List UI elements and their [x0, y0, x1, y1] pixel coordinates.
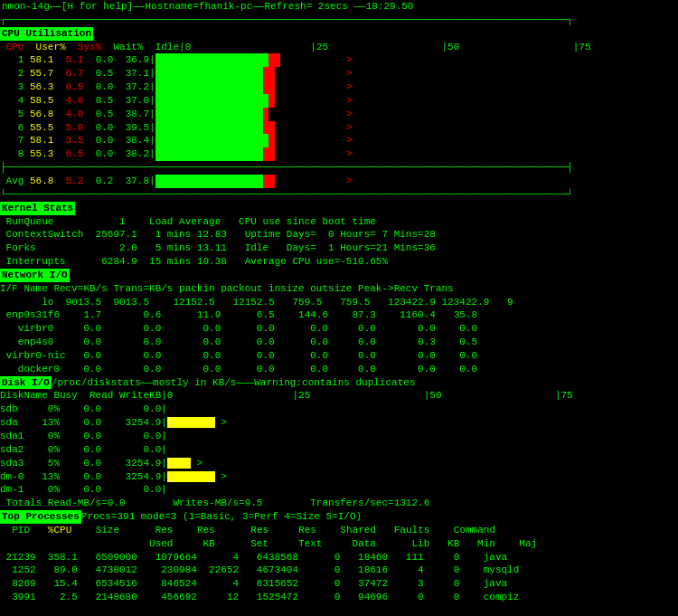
proc-section-title: Top Processes	[0, 510, 81, 524]
cpu-row: 5 56.8 4.0 0.5 38.7|UUUUUUUUUUUUUUUUUUS …	[0, 108, 678, 121]
cpu-row: 6 55.5 5.0 0.0 39.5|UUUUUUUUUUUUUUUUUUSS…	[0, 121, 678, 135]
proc-row: 3991 2.5 2148680 456692 12 1525472 0 946…	[0, 591, 678, 604]
disk-row: dm-0 13% 0.0 3254.9|WWWWWWWW >	[0, 470, 678, 484]
top-divider: ┌───────────────────────────────────────…	[0, 14, 678, 27]
cpu-row: 4 58.5 4.0 0.5 37.0|UUUUUUUUUUUUUUUUUUUS…	[0, 94, 678, 108]
proc-rows: 21239 358.1 6509000 1079664 4 6438568 0 …	[0, 551, 678, 604]
network-rows: lo 9013.5 9013.5 12152.5 12152.5 759.5 7…	[0, 296, 678, 376]
header-bar: nmon-14g——[H for help]——Hostname=fhanik-…	[0, 0, 678, 14]
kernel-line: RunQueue 1 Load Average CPU use since bo…	[0, 215, 678, 229]
disk-row: dm-1 0% 0.0 0.0|	[0, 483, 678, 497]
kernel-section-title: Kernel Stats	[0, 202, 75, 215]
proc-subheader: Used KB Set Text Data Lib KB Min Maj	[0, 537, 678, 551]
cpu-avg: Avg 56.8 5.2 0.2 37.8|UUUUUUUUUUUUUUUUUU…	[0, 175, 678, 188]
disk-totals: Totals Read-MB/s=0.0 Writes-MB/s=9.5 Tra…	[0, 497, 678, 510]
disk-row: sda3 5% 0.0 3254.9|WWWW >	[0, 457, 678, 470]
proc-row: 8269 15.4 6534516 846524 4 6315652 0 374…	[0, 577, 678, 591]
cpu-section-title: CPU Utilisation	[0, 27, 93, 41]
cpu-bottom-divider: └───────────────────────────────────────…	[0, 188, 678, 202]
cpu-row: 7 58.1 3.5 0.0 38.4|UUUUUUUUUUUUUUUUUUUS…	[0, 134, 678, 147]
cpu-row: 1 58.1 5.1 0.0 36.9|UUUUUUUUUUUUUUUUUUUS…	[0, 53, 678, 67]
network-title-row: Network I/O	[0, 269, 678, 282]
header-text: nmon-14g——[H for help]——Hostname=fhanik-…	[2, 1, 413, 12]
cpu-header: CPU User% Sys% Wait% Idle|0 |25 |50 |75 …	[0, 41, 678, 54]
disk-row: sdb 0% 0.0 0.0|	[0, 403, 678, 416]
network-section: Network I/O I/F Name Recv=KB/s Trans=KB/…	[0, 269, 678, 376]
kernel-line: Forks 2.0 5 mins 13.11 Idle Days= 1 Hour…	[0, 242, 678, 255]
disk-title-extra: /proc/diskstats——mostly in KB/s———Warnin…	[52, 377, 416, 388]
network-row: docker0 0.0 0.0 0.0 0.0 0.0 0.0 0.0 0.0	[0, 363, 678, 376]
network-section-title: Network I/O	[0, 269, 70, 282]
proc-row: 21239 358.1 6509000 1079664 4 6438568 0 …	[0, 551, 678, 564]
cpu-row: 8 55.3 6.5 0.0 38.2|UUUUUUUUUUUUUUUUUUSS…	[0, 147, 678, 161]
kernel-title-row: Kernel Stats	[0, 202, 678, 215]
cpu-section-title-row: CPU Utilisation	[0, 27, 678, 41]
cpu-row: 2 55.7 6.7 0.5 37.1|UUUUUUUUUUUUUUUUUUSS…	[0, 67, 678, 81]
proc-row: 1252 89.0 4738012 230984 22652 4673404 0…	[0, 564, 678, 577]
network-row: virbr0 0.0 0.0 0.0 0.0 0.0 0.0 0.0 0.0	[0, 322, 678, 336]
network-row: virbr0-nic 0.0 0.0 0.0 0.0 0.0 0.0 0.0 0…	[0, 349, 678, 363]
disk-row: sda2 0% 0.0 0.0|	[0, 443, 678, 457]
proc-title-row: Top ProcessesProcs=391 mode=3 (1=Basic, …	[0, 510, 678, 524]
kernel-section: Kernel Stats RunQueue 1 Load Average CPU…	[0, 202, 678, 269]
processes-section: Top ProcessesProcs=391 mode=3 (1=Basic, …	[0, 510, 678, 604]
disk-rows: sdb 0% 0.0 0.0|sda 13% 0.0 3254.9|WWWWWW…	[0, 403, 678, 497]
cpu-rows: 1 58.1 5.1 0.0 36.9|UUUUUUUUUUUUUUUUUUUS…	[0, 53, 678, 161]
network-row: lo 9013.5 9013.5 12152.5 12152.5 759.5 7…	[0, 296, 678, 309]
network-row: enp4s0 0.0 0.0 0.0 0.0 0.0 0.0 0.3 0.5	[0, 336, 678, 349]
kernel-lines: RunQueue 1 Load Average CPU use since bo…	[0, 215, 678, 269]
terminal-screen: nmon-14g——[H for help]——Hostname=fhanik-…	[0, 0, 678, 604]
disk-row: sda 13% 0.0 3254.9|WWWWWWWW >	[0, 416, 678, 430]
cpu-section: CPU Utilisation CPU User% Sys% Wait% Idl…	[0, 27, 678, 202]
disk-header: DiskName Busy Read WriteKB|0 |25 |50 |75…	[0, 389, 678, 403]
disk-title-row: Disk I/O/proc/diskstats——mostly in KB/s—…	[0, 376, 678, 390]
network-header: I/F Name Recv=KB/s Trans=KB/s packin pac…	[0, 282, 678, 296]
proc-title-extra: Procs=391 mode=3 (1=Basic, 3=Perf 4=Size…	[81, 511, 362, 522]
cpu-row: 3 56.3 6.5 0.0 37.2|UUUUUUUUUUUUUUUUUUSS…	[0, 81, 678, 94]
disk-row: sda1 0% 0.0 0.0|	[0, 430, 678, 443]
network-row: enp0s31f6 1.7 0.6 11.9 6.5 144.6 87.3 11…	[0, 308, 678, 322]
kernel-line: Interrupts 6284.9 15 mins 10.38 Average …	[0, 255, 678, 269]
cpu-avg-row: Avg 56.8 5.2 0.2 37.8|UUUUUUUUUUUUUUUUUU…	[0, 175, 678, 188]
cpu-avg-divider: ├───────────────────────────────────────…	[0, 161, 678, 175]
disk-section: Disk I/O/proc/diskstats——mostly in KB/s—…	[0, 376, 678, 510]
kernel-line: ContextSwitch 25697.1 1 mins 12.83 Uptim…	[0, 228, 678, 242]
proc-header: PID %CPU Size Res Res Res Res Shared Fau…	[0, 524, 678, 537]
disk-section-title: Disk I/O	[0, 376, 52, 390]
